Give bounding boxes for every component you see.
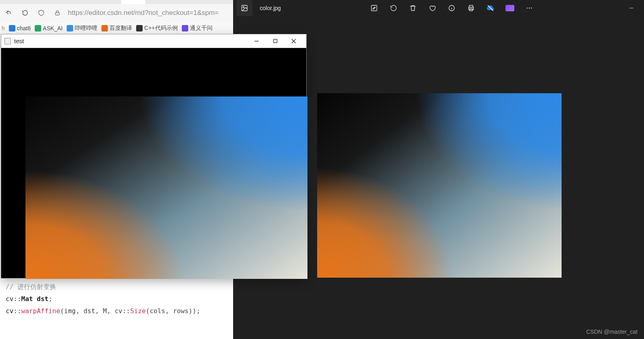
back-button[interactable] bbox=[3, 7, 15, 19]
cloud-icon[interactable] bbox=[482, 0, 499, 16]
bookmark-label: chat8 bbox=[17, 25, 31, 31]
image-canvas bbox=[317, 93, 562, 278]
close-button[interactable] bbox=[284, 34, 303, 48]
opencv-canvas bbox=[1, 48, 306, 278]
minimize-button[interactable] bbox=[622, 0, 641, 16]
watermark-label: CSDN @master_cat bbox=[586, 329, 638, 335]
bookmark-label: C++代码示例 bbox=[144, 25, 177, 32]
reload-button[interactable] bbox=[19, 7, 31, 19]
maximize-button[interactable] bbox=[266, 34, 284, 48]
browser-navbar: https://editor.csdn.net/md?not_checkout=… bbox=[0, 4, 233, 22]
bookmark-label: ASK_AI bbox=[43, 25, 63, 31]
window-title: test bbox=[14, 38, 24, 44]
trash-icon[interactable] bbox=[404, 0, 422, 16]
filename-label: color.jpg bbox=[260, 5, 281, 11]
svg-point-8 bbox=[528, 8, 529, 8]
transformed-image bbox=[25, 96, 307, 279]
bookmark-label: 百度翻译 bbox=[109, 25, 132, 32]
print-icon[interactable] bbox=[462, 0, 480, 16]
photos-window-controls bbox=[622, 0, 641, 16]
bookmark-label: 哔哩哔哩 bbox=[75, 25, 97, 32]
rotate-icon[interactable] bbox=[385, 0, 402, 16]
bookmarks-bar: h chat8 ASK_AI 哔哩哔哩 百度翻译 C++代码示例 通义千问 bbox=[0, 22, 233, 33]
url-bar[interactable]: https://editor.csdn.net/md?not_checkout=… bbox=[68, 9, 230, 17]
svg-rect-13 bbox=[274, 39, 277, 42]
svg-rect-11 bbox=[55, 13, 59, 15]
opencv-titlebar[interactable]: test bbox=[1, 34, 306, 48]
svg-point-7 bbox=[526, 8, 527, 8]
info-icon[interactable] bbox=[443, 0, 461, 16]
gallery-button[interactable] bbox=[236, 0, 253, 16]
photos-toolbar: color.jpg bbox=[233, 0, 644, 16]
browser-tab-strip[interactable] bbox=[0, 0, 233, 4]
edit-icon[interactable] bbox=[365, 0, 383, 16]
opencv-window: test bbox=[1, 34, 307, 278]
svg-rect-2 bbox=[371, 5, 377, 11]
bookmark-item[interactable]: chat8 bbox=[9, 25, 31, 31]
shield-icon[interactable] bbox=[36, 7, 47, 19]
minimize-button[interactable] bbox=[247, 34, 266, 48]
bookmark-item[interactable]: ASK_AI bbox=[35, 25, 63, 31]
heart-icon[interactable] bbox=[423, 0, 441, 16]
bookmark-item[interactable]: 百度翻译 bbox=[101, 25, 132, 32]
bookmark-item[interactable]: C++代码示例 bbox=[136, 25, 177, 32]
bookmark-item[interactable]: 通义千问 bbox=[182, 25, 213, 32]
clipchamp-icon[interactable] bbox=[501, 0, 519, 16]
more-icon[interactable] bbox=[520, 0, 538, 16]
svg-point-9 bbox=[531, 8, 532, 8]
app-icon bbox=[4, 38, 11, 44]
code-comment: // 进行仿射变换 bbox=[6, 283, 56, 291]
bookmark-label: 通义千问 bbox=[190, 25, 213, 32]
bookmark-item[interactable]: 哔哩哔哩 bbox=[67, 25, 97, 32]
svg-point-1 bbox=[243, 6, 244, 8]
code-editor: // 进行仿射变换 cv::Mat dst; cv::warpAffine(im… bbox=[0, 278, 233, 324]
lock-icon[interactable] bbox=[52, 7, 63, 19]
